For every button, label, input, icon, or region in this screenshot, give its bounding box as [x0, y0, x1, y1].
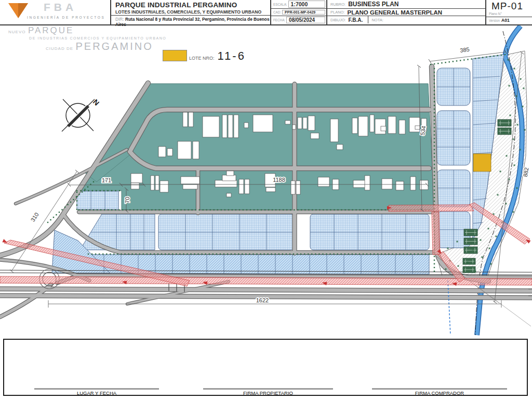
- legend-lot-swatch: [163, 50, 187, 61]
- legend-label: LOTE NRO:: [189, 56, 215, 61]
- fecha-value: 08/05/2024: [286, 17, 325, 23]
- dim-left-road: 310: [30, 211, 40, 223]
- watermark-pergamino: PERGAMINO: [75, 41, 153, 52]
- nota-label: NOTA:: [371, 18, 383, 22]
- signature-line: [203, 388, 333, 390]
- watermark-ciudad: CIUDAD DE: [46, 46, 73, 51]
- sheet-code: MP-01: [486, 0, 532, 12]
- signature-line: [372, 388, 507, 390]
- logo-tagline: INGENIERÍA DE PROYECTOS: [27, 16, 105, 19]
- rubro-value: BUSINESS PLAN: [348, 1, 398, 8]
- rubro-label: RUBRO:: [330, 2, 345, 7]
- signature-caption-lugar: LUGAR Y FECHA: [34, 390, 159, 396]
- dim-notch-width: 171: [102, 177, 111, 183]
- signature-place-date: LUGAR Y FECHA: [34, 388, 159, 396]
- dim-notch-depth: 70: [124, 197, 130, 203]
- north-compass-icon: N: [62, 98, 101, 131]
- cad-row: CAD: PPR-001-MP-0429: [271, 8, 326, 16]
- plan-sheet: 385 534 882 171 70 1188 310 1622 N FBA I…: [0, 0, 532, 399]
- signature-owner: FIRMA PROPIETARIO: [203, 388, 333, 396]
- plano-label: PLANO:: [330, 10, 345, 15]
- fecha-row: FECHA: 08/05/2024: [271, 16, 326, 23]
- plano-value: PLANO GENERAL MASTERPLAN: [348, 9, 443, 16]
- dim-bottom-width: 1622: [256, 297, 269, 303]
- dim-top-width: 385: [460, 46, 470, 54]
- fecha-label: FECHA:: [273, 18, 285, 22]
- dibujo-value: F.B.A.: [349, 17, 363, 23]
- rubro-row: RUBRO: BUSINESS PLAN: [327, 0, 485, 8]
- lot-legend: LOTE NRO: 11-6: [163, 50, 246, 61]
- signature-box: LUGAR Y FECHA FIRMA PROPIETARIO FIRMA CO…: [3, 339, 528, 396]
- company-logo: FBA INGENIERÍA DE PROYECTOS: [0, 0, 110, 24]
- project-address: DIR: Ruta Nacional 8 y Ruta Provincial 3…: [111, 15, 270, 27]
- project-title-cell: PARQUE INDUSTRIAL PERGAMINO LOTES INDUST…: [110, 0, 270, 24]
- legend-lot-number: 11-6: [218, 51, 246, 61]
- version-row: VersionA01: [486, 17, 532, 23]
- dim-teal-width: 1188: [273, 177, 285, 183]
- logo-brand: FBA: [44, 1, 77, 14]
- dir-label: DIR:: [115, 17, 124, 22]
- watermark-line2: DE INDUSTRIAS COMERCIOS Y EQUIPAMIENTO U…: [29, 36, 166, 40]
- scale-row: ESCALA: 1:7000: [271, 0, 326, 8]
- signature-line: [34, 388, 159, 390]
- sheet-number-cell: MP-01 Plano N° VersionA01: [485, 0, 532, 24]
- title-block: FBA INGENIERÍA DE PROYECTOS PARQUE INDUS…: [0, 0, 532, 25]
- watermark-parque: PARQUE: [28, 25, 74, 35]
- dibujo-row: DIBUJO: F.B.A. NOTA:: [327, 16, 485, 23]
- cad-label: CAD:: [273, 10, 281, 14]
- rubro-cell: RUBRO: BUSINESS PLAN PLANO: PLANO GENERA…: [326, 0, 485, 24]
- project-title: PARQUE INDUSTRIAL PERGAMINO: [111, 0, 270, 9]
- north-label: N: [91, 98, 101, 107]
- logo-triangle-icon: [8, 3, 29, 19]
- watermark-line3: CIUDAD DE PERGAMINO: [46, 41, 166, 51]
- plano-row: PLANO: PLANO GENERAL MASTERPLAN: [327, 8, 485, 16]
- version-label: Version: [489, 19, 500, 22]
- cad-value: PPR-001-MP-0429: [282, 10, 325, 15]
- escala-label: ESCALA:: [273, 3, 287, 6]
- sheet-label: Plano N°: [486, 12, 532, 16]
- signature-buyer: FIRMA COMPRADOR: [372, 388, 507, 396]
- signature-caption-comprador: FIRMA COMPRADOR: [372, 390, 507, 396]
- watermark-nuevo: NUEVO: [8, 30, 25, 34]
- watermark-line1: NUEVO PARQUE: [8, 26, 166, 35]
- signature-caption-propietario: FIRMA PROPIETARIO: [203, 390, 333, 396]
- version-value: A01: [501, 18, 510, 23]
- dibujo-label: DIBUJO:: [330, 18, 346, 22]
- escala-value: 1:7000: [288, 1, 325, 8]
- selected-lot-11-6: [473, 154, 491, 171]
- project-subtitle: LOTES INDUSTRIALES, COMERCIALES, Y EQUIP…: [111, 9, 270, 15]
- nota-cell: NOTA:: [368, 16, 485, 23]
- scale-cell: ESCALA: 1:7000 CAD: PPR-001-MP-0429 FECH…: [270, 0, 326, 24]
- plan-watermark-title: NUEVO PARQUE DE INDUSTRIAS COMERCIOS Y E…: [8, 26, 166, 51]
- dir-value: Ruta Nacional 8 y Ruta Provincial 32, Pe…: [115, 17, 270, 27]
- dim-river-edge: 882: [522, 167, 530, 177]
